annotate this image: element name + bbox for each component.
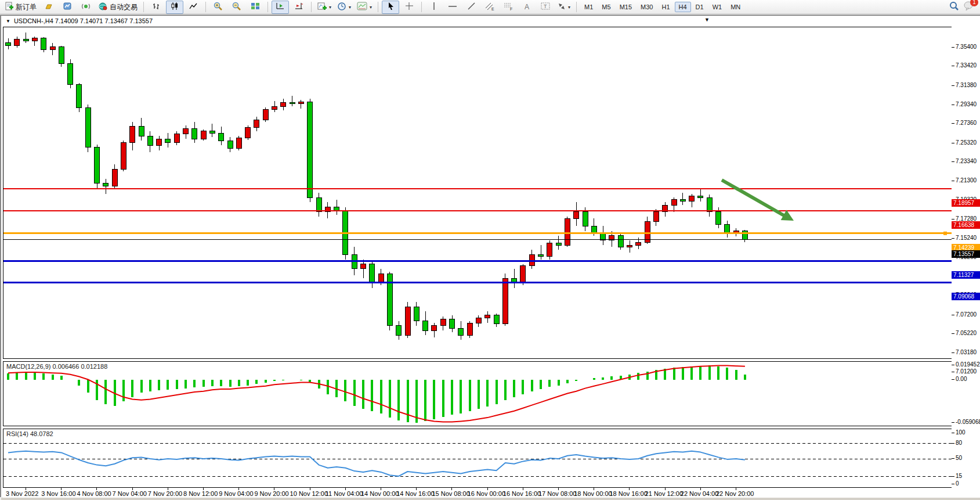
quick-menu-caret[interactable]: ▼ [704, 17, 710, 23]
auto-trading-button[interactable]: 自动交易 [96, 1, 140, 14]
timeframe-h1[interactable]: H1 [657, 2, 674, 12]
bull-candle [32, 38, 37, 41]
add-indicator-icon [317, 2, 327, 13]
time-label: 15 Nov 08:00 [432, 490, 469, 497]
bar-chart-button[interactable] [147, 1, 165, 14]
bull-candle [112, 169, 117, 186]
macd-chart [3, 362, 953, 426]
timeframe-w1[interactable]: W1 [708, 2, 726, 12]
signal-icon [81, 2, 91, 12]
signals-button[interactable] [77, 1, 95, 14]
auto-scroll-button[interactable] [272, 1, 289, 14]
zoom-in-button[interactable] [209, 1, 227, 14]
text-label-button[interactable]: T [537, 1, 554, 14]
line-chart-button[interactable] [185, 1, 202, 14]
rsi-tick-dash [952, 458, 954, 459]
new-order-button[interactable]: 新订单 [2, 1, 39, 14]
autotrade-globe-icon [98, 2, 108, 13]
time-label: 9 Nov 04:00 [219, 490, 253, 497]
tile-windows-button[interactable] [247, 1, 264, 14]
cursor-button[interactable] [382, 1, 399, 14]
bull-candle [325, 207, 330, 212]
fibonacci-button[interactable]: F [500, 1, 517, 14]
vline-icon [431, 2, 437, 12]
terminal-window: 新订单 自动交易 [0, 0, 980, 500]
price-tick-label: 7.01200 [956, 368, 977, 375]
rsi-panel[interactable]: RSI(14) 48.0782 [3, 429, 953, 488]
price-tick-label: 7.15240 [956, 235, 977, 241]
main-toolbar: 新订单 自动交易 [0, 0, 980, 15]
chat-icon[interactable]: 1 [964, 1, 974, 13]
crosshair-icon [405, 2, 414, 12]
channel-button[interactable]: E [481, 1, 498, 14]
timeframe-h4[interactable]: H4 [675, 2, 691, 12]
chart-shift-button[interactable] [290, 1, 308, 14]
bull-candle [281, 103, 286, 107]
chevron-down-icon: ▾ [349, 5, 351, 10]
price-tick-dash [952, 66, 954, 66]
time-label: 7 Nov 20:00 [148, 490, 182, 497]
timeframe-mn[interactable]: MN [726, 2, 744, 12]
templates-button[interactable]: ▾ [355, 1, 374, 14]
add-indicator-button[interactable]: ▾ [315, 1, 334, 14]
toolbar-right: 1 [949, 1, 978, 13]
time-axis[interactable]: 3 Nov 20223 Nov 16:004 Nov 08:007 Nov 04… [3, 488, 980, 498]
main-chart-panel[interactable] [3, 27, 953, 359]
time-label: 7 Nov 04:00 [113, 490, 147, 497]
candle-chart-icon [171, 2, 179, 12]
bull-candle [476, 318, 481, 323]
history-button[interactable] [59, 1, 76, 14]
gold-button[interactable] [40, 1, 57, 14]
vertical-line-button[interactable] [425, 1, 443, 14]
price-tick-dash [952, 161, 954, 162]
bear-candle [139, 127, 144, 136]
bull-candle [671, 200, 677, 206]
search-icon[interactable] [949, 1, 959, 13]
bull-candle [15, 39, 20, 45]
bull-candle [547, 243, 552, 257]
price-tick-dash [952, 47, 954, 48]
toolbar-separator [143, 2, 144, 12]
bull-candle [645, 221, 650, 242]
horizontal-line-button[interactable] [444, 1, 461, 14]
bear-candle [290, 103, 295, 104]
bear-candle [147, 136, 153, 145]
crosshair-button[interactable] [400, 1, 418, 14]
periods-button[interactable]: ▾ [335, 1, 353, 14]
macd-panel[interactable]: MACD(12,26,9) 0.006466 0.012188 [3, 361, 953, 426]
bear-candle [707, 197, 712, 212]
price-tick-label: 7.25320 [956, 139, 977, 146]
time-label: 22 Nov 04:00 [681, 490, 718, 497]
trendline-button[interactable] [462, 1, 480, 14]
timeframe-d1[interactable]: D1 [692, 2, 708, 12]
arrows-button[interactable]: ▾ [555, 1, 573, 14]
symbol-dropdown-caret[interactable]: ▼ [6, 19, 10, 24]
bull-candle [405, 307, 410, 335]
notification-badge: 1 [970, 0, 978, 6]
rsi-tick-dash [952, 433, 954, 433]
svg-text:F: F [510, 7, 512, 11]
bull-candle [245, 127, 251, 138]
timeframe-m15[interactable]: M15 [616, 2, 636, 12]
timeframe-m30[interactable]: M30 [637, 2, 657, 12]
bull-candle [263, 109, 268, 120]
price-axis[interactable]: 7.354007.334207.313807.293407.273607.253… [952, 27, 980, 488]
trend-arrow-line[interactable] [722, 180, 788, 218]
toolbar-separator [205, 2, 206, 12]
bear-candle [591, 226, 596, 232]
timeframe-m5[interactable]: M5 [598, 2, 614, 12]
channel-icon: E [485, 2, 495, 13]
text-button[interactable]: A [518, 1, 536, 14]
bull-candle [485, 315, 490, 318]
period-clock-icon [337, 2, 346, 13]
timeframe-m1[interactable]: M1 [580, 2, 597, 12]
zoom-out-button[interactable] [228, 1, 245, 14]
bear-candle [680, 200, 685, 202]
price-tick-label: 7.03180 [956, 349, 977, 355]
toolbar-separator [267, 2, 268, 12]
bear-candle [85, 107, 91, 148]
bear-candle [103, 184, 109, 186]
candle-chart-button[interactable] [166, 1, 183, 14]
hline-handle[interactable] [943, 232, 947, 235]
time-label: 17 Nov 08:00 [538, 490, 576, 497]
